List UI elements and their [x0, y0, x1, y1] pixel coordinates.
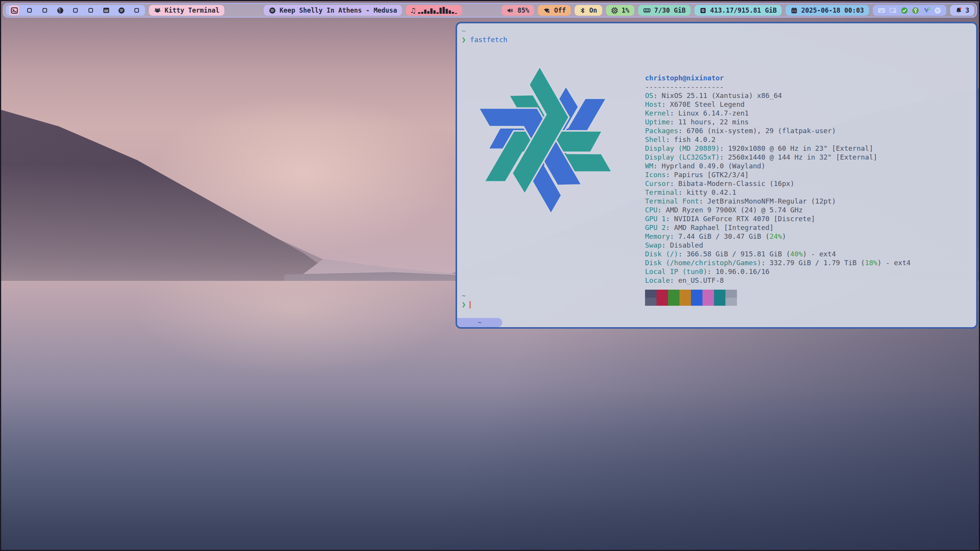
label-colon: : — [678, 188, 683, 196]
workspace-5[interactable] — [70, 5, 80, 15]
cava-bar — [446, 9, 448, 14]
terminal-color-palette — [645, 290, 911, 306]
cava-bar — [436, 12, 439, 14]
window-lock-icon[interactable] — [889, 7, 897, 14]
label-colon: : — [666, 223, 670, 231]
fastfetch-label: Host — [645, 100, 662, 108]
disk-icon — [699, 7, 707, 14]
spotify-light-icon[interactable] — [934, 7, 941, 14]
fastfetch-line: Kernel: Linux 6.14.7-zen1 — [645, 109, 911, 117]
label-colon: : — [658, 206, 662, 214]
fastfetch-line: Icons: Papirus [GTK2/3/4] — [645, 170, 911, 179]
status-cpu[interactable]: 1% — [606, 5, 634, 16]
status-cpu-label: 1% — [622, 7, 629, 14]
window-icon — [103, 7, 110, 14]
fastfetch-value: Bibata-Modern-Classic (16px) — [674, 179, 794, 187]
kitty-tab[interactable]: ~ — [457, 318, 502, 327]
cava-bar — [452, 12, 454, 14]
key-badge-icon[interactable] — [912, 7, 919, 14]
palette-swatch — [657, 290, 668, 298]
fastfetch-line: Packages: 6706 (nix-system), 29 (flatpak… — [645, 126, 911, 135]
label-colon: : — [670, 109, 674, 117]
fastfetch-value: ) - ext4 — [803, 250, 836, 258]
prompt-symbol: ❯ — [462, 36, 466, 44]
notification-widget[interactable]: 3 — [950, 5, 974, 16]
vpn-check-icon[interactable] — [923, 7, 930, 14]
terminal-content: ~ ❯fastfetch christoph@nixinator -------… — [457, 23, 976, 327]
fastfetch-label: Swap — [645, 241, 662, 249]
fastfetch-line: Display (LC32G5xT): 980x551 @ 144 Hz i… — [645, 153, 911, 161]
speaker-icon — [506, 7, 514, 14]
fastfetch-value: en_US.UTF-8 — [674, 276, 724, 284]
palette-swatch — [702, 290, 714, 298]
fastfetch-label: Locale — [645, 276, 670, 284]
workspace-1-active[interactable] — [9, 5, 19, 15]
fastfetch-value: JetBrainsMonoNFM-Regular (12pt) — [703, 197, 836, 205]
fastfetch-label: GPU 1 — [645, 215, 666, 223]
cava-bars — [418, 7, 457, 14]
prompt-bottom[interactable]: ~ ❯ — [462, 291, 471, 309]
system-tray — [873, 5, 946, 16]
label-colon: : — [666, 215, 670, 223]
fastfetch-value: 40% — [790, 250, 803, 258]
label-colon: : — [670, 232, 674, 240]
check-badge-icon[interactable] — [901, 7, 908, 14]
status-disk[interactable]: 413.17/915.81 GiB — [694, 5, 782, 16]
fastfetch-value: AMD Raphael [Integrated] — [670, 223, 774, 231]
label-colon: : — [707, 267, 712, 276]
cava-bar — [443, 7, 445, 14]
fastfetch-value: Disabled — [666, 241, 703, 249]
fastfetch-label: Memory — [645, 232, 670, 240]
fastfetch-value: fish 4.0.2 — [670, 135, 715, 143]
prompt-symbol: ❯ — [462, 300, 466, 308]
kitty-terminal-window[interactable]: ~ ❯fastfetch christoph@nixinator -------… — [456, 22, 978, 329]
palette-swatch — [691, 298, 702, 306]
media-player-widget[interactable]: Keep Shelly In Athens - Medusa — [264, 5, 402, 16]
keyboard-icon[interactable] — [878, 7, 885, 14]
fastfetch-label: Kernel — [645, 109, 670, 117]
status-bluetooth[interactable]: On — [575, 5, 602, 16]
empty-workspace-icon — [73, 8, 78, 13]
palette-swatch — [668, 290, 679, 298]
music-note-icon: ♫ — [411, 7, 415, 14]
workspace-6[interactable] — [86, 5, 96, 15]
workspace-3[interactable] — [40, 5, 50, 15]
workspace-4[interactable] — [55, 5, 65, 15]
workspace-7[interactable] — [101, 5, 111, 15]
fastfetch-line: Terminal Font: JetBrainsMonoNFM-Regular … — [645, 197, 911, 205]
empty-workspace-icon — [134, 8, 139, 13]
status-volume[interactable]: 85% — [501, 5, 534, 16]
fastfetch-line: Swap: Disabled — [645, 241, 911, 249]
active-window-title[interactable]: Kitty Terminal — [149, 5, 224, 16]
memory-icon — [643, 7, 651, 14]
palette-swatch — [679, 290, 691, 298]
fastfetch-value: 24% — [769, 232, 782, 240]
status-network[interactable]: Off — [538, 5, 571, 16]
status-clock[interactable]: 2025-06-18 00:03 — [786, 5, 869, 16]
fastfetch-line: Disk (/home/christoph/Games): 332.79 GiB… — [645, 258, 911, 267]
fastfetch-line: OS: NixOS 25.11 (Xantusia) x86_64 — [645, 91, 911, 100]
kitty-tab-label: ~ — [478, 318, 481, 327]
fastfetch-value: 332.79 GiB / 1.79 TiB ( — [765, 259, 865, 267]
workspace-9[interactable] — [132, 5, 142, 15]
empty-workspace-icon — [88, 8, 93, 13]
workspace-2[interactable] — [24, 5, 34, 15]
fastfetch-line: Display (MD 20889): 1920x1080 @ 60 Hz in… — [645, 144, 911, 153]
fastfetch-label: Terminal Font — [645, 197, 699, 205]
bell-icon — [955, 7, 962, 14]
palette-swatch — [668, 298, 679, 306]
audio-visualizer-widget[interactable]: ♫ — [406, 5, 462, 16]
cava-bar — [421, 12, 423, 14]
status-bar: Kitty Terminal Keep Shelly In Athens - M… — [3, 3, 977, 18]
cava-bar — [427, 11, 430, 14]
fastfetch-label: CPU — [645, 206, 658, 214]
palette-swatch — [714, 290, 725, 298]
cava-bar — [430, 8, 433, 14]
status-bluetooth-label: On — [589, 7, 597, 14]
status-memory[interactable]: 7/30 GiB — [638, 5, 691, 16]
spotify-dark-icon — [118, 7, 125, 14]
command-text: fastfetch — [470, 36, 508, 44]
workspace-8[interactable] — [116, 5, 126, 15]
label-colon: : — [670, 118, 674, 126]
now-playing-label: Keep Shelly In Athens - Medusa — [279, 7, 397, 14]
